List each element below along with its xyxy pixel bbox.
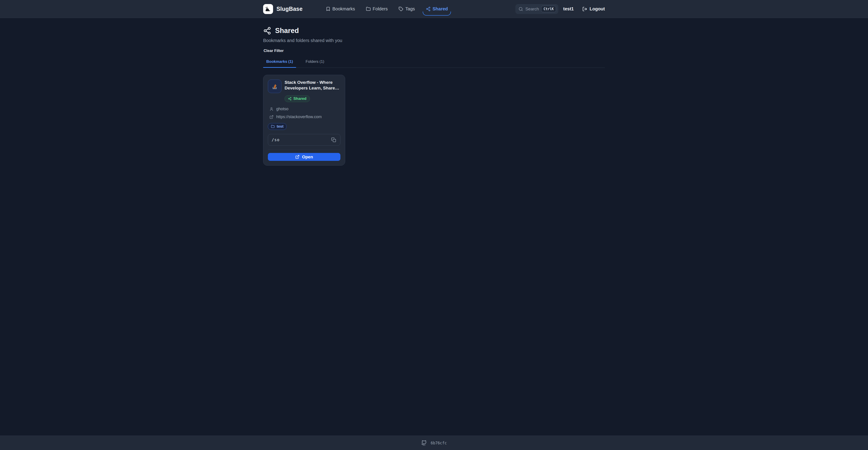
open-bookmark-button[interactable]: Open	[268, 153, 340, 161]
open-button-label: Open	[302, 155, 313, 160]
primary-nav: Bookmarks Folders Tags Shared	[325, 5, 448, 12]
search-shortcut-kbd: CtrlK	[541, 6, 556, 12]
page-subtitle: Bookmarks and folders shared with you	[263, 38, 605, 43]
top-navbar: SlugBase Bookmarks Folders Tags	[0, 0, 868, 18]
logout-label: Logout	[590, 6, 605, 11]
bookmark-url-row[interactable]: https://stackoverflow.com	[268, 115, 340, 119]
tab-bookmarks[interactable]: Bookmarks (1)	[263, 59, 296, 68]
page-title: Shared	[275, 27, 299, 35]
commit-hash: 6b76cfc	[431, 441, 447, 445]
badge-label: Shared	[293, 96, 307, 101]
tag-icon	[399, 6, 403, 11]
slug-box: /so	[268, 134, 340, 146]
logout-button[interactable]: Logout	[582, 6, 605, 11]
bookmark-owner-row: ghotso	[268, 107, 340, 111]
external-link-icon	[295, 155, 300, 159]
logout-icon	[582, 6, 587, 11]
copy-icon	[331, 137, 336, 142]
search-input[interactable]: Search CtrlK	[515, 4, 558, 14]
nav-item-label: Tags	[405, 6, 415, 11]
stackoverflow-icon	[271, 83, 278, 90]
nav-item-folders[interactable]: Folders	[366, 5, 388, 12]
tab-bar: Bookmarks (1) Folders (1)	[263, 59, 605, 68]
nav-item-label: Bookmarks	[333, 6, 355, 11]
slug-value: /so	[272, 137, 280, 142]
share-icon	[288, 97, 291, 100]
search-placeholder: Search	[525, 6, 539, 11]
tab-folders[interactable]: Folders (1)	[303, 59, 327, 68]
share-icon	[263, 27, 271, 35]
page-header: Shared	[263, 27, 605, 35]
slug-icon	[265, 6, 272, 12]
external-link-icon	[270, 115, 274, 119]
brand-name: SlugBase	[276, 6, 303, 12]
github-icon[interactable]	[421, 440, 427, 446]
bookmark-favicon	[268, 79, 281, 93]
bookmark-card: Stack Overflow - Where Developers Learn,…	[263, 75, 345, 166]
nav-item-tags[interactable]: Tags	[398, 5, 415, 12]
copy-slug-button[interactable]	[330, 136, 337, 143]
nav-item-shared[interactable]: Shared	[426, 5, 448, 12]
navbar-inner: SlugBase Bookmarks Folders Tags	[263, 0, 605, 18]
nav-item-label: Shared	[433, 6, 448, 11]
search-icon	[519, 7, 523, 11]
nav-item-label: Folders	[373, 6, 388, 11]
bookmark-owner: ghotso	[276, 107, 288, 111]
folder-tag-pill[interactable]: test	[268, 123, 287, 130]
folder-icon	[271, 125, 275, 128]
bookmark-icon	[326, 6, 331, 11]
shared-status-badge: Shared	[285, 95, 310, 102]
main-content: Shared Bookmarks and folders shared with…	[0, 18, 868, 436]
current-username: test1	[563, 6, 574, 11]
bookmark-title: Stack Overflow - Where Developers Learn,…	[285, 79, 340, 91]
user-icon	[270, 107, 274, 111]
folder-icon	[366, 6, 371, 11]
nav-item-bookmarks[interactable]: Bookmarks	[325, 5, 355, 12]
page-footer: 6b76cfc	[0, 436, 868, 450]
clear-filter-button[interactable]: Clear Filter	[263, 48, 284, 54]
folder-tag-label: test	[277, 124, 283, 129]
card-divider	[268, 149, 340, 150]
slugbase-logo[interactable]	[263, 4, 273, 14]
share-icon	[426, 6, 431, 11]
bookmark-url: https://stackoverflow.com	[276, 115, 322, 119]
